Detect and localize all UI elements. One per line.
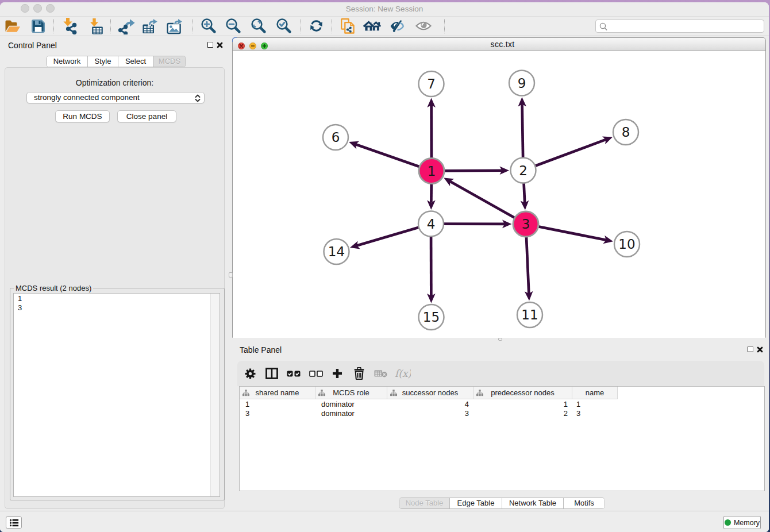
cell-MCDS-role: dominator bbox=[315, 400, 387, 409]
toolbar-separator bbox=[192, 19, 193, 33]
tab-motifs[interactable]: Motifs bbox=[564, 498, 605, 508]
mcds-result-textarea[interactable]: 1 3 bbox=[13, 293, 220, 497]
toggle-panel-columns-button[interactable] bbox=[261, 361, 282, 386]
tab-network-table[interactable]: Network Table bbox=[502, 498, 564, 508]
table-panel-float-icon[interactable] bbox=[748, 346, 753, 352]
run-mcds-button[interactable]: Run MCDS bbox=[55, 110, 110, 122]
export-table-icon bbox=[141, 18, 159, 34]
search-input[interactable] bbox=[610, 21, 759, 32]
houses-icon bbox=[363, 21, 382, 31]
export-network-icon bbox=[118, 18, 135, 34]
toolbar-separator bbox=[53, 19, 54, 33]
cell-successor-nodes: 3 bbox=[387, 409, 473, 418]
tab-style[interactable]: Style bbox=[88, 56, 118, 67]
table-panel-tabs: Node TableEdge TableNetwork TableMotifs bbox=[399, 498, 605, 509]
tab-edge-table[interactable]: Edge Table bbox=[450, 498, 502, 508]
tab-select[interactable]: Select bbox=[118, 56, 153, 67]
search-box[interactable] bbox=[595, 20, 764, 33]
column-header-MCDS-role[interactable]: MCDS role bbox=[315, 387, 387, 399]
graph-node-label-3: 3 bbox=[522, 217, 530, 232]
import-table-button[interactable] bbox=[85, 17, 106, 35]
toolbar-separator bbox=[301, 19, 301, 33]
export-network-button[interactable] bbox=[116, 17, 137, 35]
task-history-button[interactable] bbox=[6, 516, 22, 529]
graph-node-label-8: 8 bbox=[622, 125, 630, 140]
graph-node-label-15: 15 bbox=[423, 310, 440, 325]
zoom-selected-button[interactable] bbox=[274, 17, 294, 35]
open-session-button[interactable] bbox=[2, 17, 23, 35]
tab-network[interactable]: Network bbox=[47, 56, 88, 67]
network-canvas[interactable]: 7968124314101511 bbox=[233, 51, 765, 338]
select-all-columns-button[interactable] bbox=[283, 361, 304, 386]
graph-node-label-4: 4 bbox=[427, 217, 436, 232]
network-window-title: scc.txt bbox=[236, 38, 769, 51]
zoom-fit-button[interactable] bbox=[248, 17, 269, 35]
table-row-0[interactable]: 1dominator411 bbox=[240, 400, 618, 409]
eye-icon bbox=[415, 21, 432, 31]
zoom-in-button[interactable] bbox=[198, 17, 219, 35]
control-panel-close-icon[interactable] bbox=[217, 42, 223, 48]
import-network-button[interactable] bbox=[60, 17, 80, 35]
graph-node-label-7: 7 bbox=[427, 76, 436, 91]
toolbar-separator bbox=[444, 19, 445, 33]
checkboxes-checked-icon bbox=[287, 371, 301, 377]
optimization-criterion-label: Optimization criterion: bbox=[5, 78, 224, 87]
node-table: shared name MCDS role successor nodes pr… bbox=[239, 386, 765, 491]
column-label: name bbox=[586, 388, 605, 397]
delete-column-button[interactable] bbox=[349, 361, 369, 386]
column-header-successor-nodes[interactable]: successor nodes bbox=[387, 387, 473, 399]
cell-predecessor-nodes: 1 bbox=[473, 400, 572, 409]
table-header-row: shared name MCDS role successor nodes pr… bbox=[240, 387, 618, 399]
table-panel-title: Table Panel bbox=[240, 345, 282, 354]
close-panel-button[interactable]: Close panel bbox=[117, 110, 176, 122]
result-scrollbar[interactable] bbox=[210, 294, 220, 496]
control-panel-tabs: NetworkStyleSelectMCDS bbox=[46, 56, 186, 67]
export-image-button[interactable] bbox=[164, 17, 185, 35]
mcds-result-values: 1 3 bbox=[18, 294, 22, 312]
control-panel-title: Control Panel bbox=[8, 41, 57, 50]
hide-detail-button[interactable] bbox=[387, 17, 407, 35]
memory-button[interactable]: Memory bbox=[723, 516, 761, 529]
zoom-out-button[interactable] bbox=[223, 17, 244, 35]
graph-node-label-9: 9 bbox=[518, 76, 526, 91]
add-column-button[interactable] bbox=[327, 361, 348, 386]
cell-successor-nodes: 4 bbox=[387, 400, 473, 409]
cell-shared-name: 3 bbox=[240, 409, 315, 418]
control-panel-float-icon[interactable] bbox=[207, 42, 213, 48]
cell-name: 3 bbox=[572, 409, 618, 418]
cell-shared-name: 1 bbox=[240, 400, 315, 409]
table-toolbar: f(x) bbox=[237, 361, 764, 386]
open-session-file-button[interactable] bbox=[337, 17, 358, 35]
search-icon bbox=[599, 22, 607, 31]
zoom-out-icon bbox=[225, 18, 241, 34]
table-row-1[interactable]: 3dominator323 bbox=[240, 409, 618, 418]
vertical-splitter-grip[interactable] bbox=[229, 272, 233, 277]
zoom-selected-icon bbox=[276, 18, 292, 34]
application-window: Session: New Session bbox=[0, 2, 769, 532]
fx-icon: f(x) bbox=[394, 367, 411, 380]
table-panel-close-icon[interactable] bbox=[757, 346, 763, 353]
export-table-button[interactable] bbox=[140, 17, 160, 35]
save-session-button[interactable] bbox=[28, 17, 48, 35]
column-header-name[interactable]: name bbox=[572, 387, 618, 399]
show-detail-button[interactable] bbox=[413, 17, 434, 35]
graph-node-label-10: 10 bbox=[618, 237, 635, 252]
table-settings-button[interactable] bbox=[240, 361, 260, 386]
dropdown-chevrons-icon bbox=[195, 94, 201, 102]
save-floppy-icon bbox=[31, 19, 45, 33]
gear-icon bbox=[245, 368, 256, 379]
column-header-predecessor-nodes[interactable]: predecessor nodes bbox=[473, 387, 572, 399]
main-toolbar bbox=[0, 16, 769, 36]
reset-home-button[interactable] bbox=[362, 17, 383, 35]
open-folder-icon bbox=[4, 18, 21, 33]
column-header-shared-name[interactable]: shared name bbox=[240, 387, 315, 399]
tab-node-table[interactable]: Node Table bbox=[399, 498, 450, 508]
graph-node-label-14: 14 bbox=[328, 244, 345, 259]
horizontal-splitter-grip[interactable] bbox=[498, 338, 502, 341]
unselect-all-columns-button[interactable] bbox=[306, 361, 326, 386]
zoom-in-icon bbox=[201, 18, 217, 34]
tab-mcds[interactable]: MCDS bbox=[153, 56, 186, 67]
apply-layout-button[interactable] bbox=[306, 17, 326, 35]
optimization-criterion-dropdown[interactable]: strongly connected component bbox=[26, 92, 205, 103]
function-builder-button: f(x) bbox=[392, 361, 413, 386]
